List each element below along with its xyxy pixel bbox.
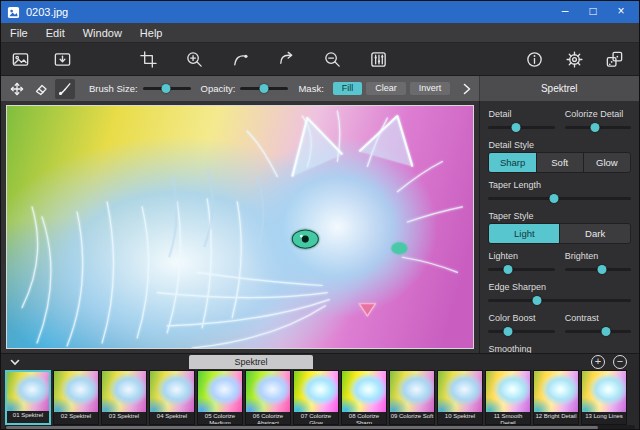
preset-thumb-05[interactable]: 05 Colorize Medium [197, 370, 243, 425]
edge-sharpen-slider[interactable] [488, 294, 631, 307]
detail-style-group: Sharp Soft Glow [488, 152, 631, 173]
zoom-in-icon [185, 50, 204, 69]
contrast-slider-handle[interactable] [601, 327, 610, 336]
image-button[interactable] [9, 48, 31, 70]
brush-tool-icon [58, 82, 72, 96]
taper-style-label: Taper Style [488, 211, 631, 221]
scrollbar-thumb[interactable] [6, 426, 598, 429]
detail-style-glow-button[interactable]: Glow [584, 153, 630, 172]
menu-edit[interactable]: Edit [37, 23, 74, 43]
info-icon [525, 50, 544, 69]
preset-thumb-label: 01 Spektrel [7, 411, 49, 423]
edge-sharpen-slider-handle[interactable] [532, 296, 541, 305]
mask-clear-button[interactable]: Clear [366, 82, 406, 95]
zoom-in-button[interactable] [183, 48, 205, 70]
preset-thumb-04[interactable]: 04 Spektrel [149, 370, 195, 425]
opacity-slider[interactable] [240, 82, 288, 95]
expand-options-button[interactable] [463, 83, 473, 95]
taper-length-label: Taper Length [488, 180, 631, 190]
detail-style-sharp-button[interactable]: Sharp [489, 153, 536, 172]
colorize-detail-slider-handle[interactable] [591, 123, 600, 132]
lighten-label: Lighten [488, 251, 554, 261]
curve-brush-button[interactable] [229, 48, 251, 70]
image-canvas[interactable] [6, 105, 474, 349]
mask-fill-button[interactable]: Fill [333, 82, 363, 95]
preset-thumb-image [102, 371, 146, 412]
menu-help[interactable]: Help [131, 23, 172, 43]
redo-button[interactable] [275, 48, 297, 70]
preset-thumb-label: 06 Colorize Abstract [246, 412, 290, 424]
detail-style-soft-button[interactable]: Soft [537, 153, 584, 172]
preset-thumb-10[interactable]: 10 Spektrel [437, 370, 483, 425]
preset-thumb-11[interactable]: 11 Smooth Detail [485, 370, 531, 425]
brush-size-slider[interactable] [143, 82, 191, 95]
brighten-slider[interactable] [565, 263, 631, 276]
randomize-button[interactable] [603, 48, 625, 70]
adjustments-button[interactable] [367, 48, 389, 70]
preset-thumb-12[interactable]: 12 Bright Detail [533, 370, 579, 425]
preset-thumb-08[interactable]: 08 Colorize Sharp [341, 370, 387, 425]
preset-thumb-13[interactable]: 13 Long Lines [581, 370, 627, 425]
preset-thumb-06[interactable]: 06 Colorize Abstract [245, 370, 291, 425]
toolbar-right-group [523, 48, 625, 70]
menu-file[interactable]: File [1, 23, 37, 43]
preset-strip-header: Spektrel + − [1, 354, 639, 370]
maximize-button[interactable]: □ [581, 3, 605, 21]
load-image-button[interactable] [51, 48, 73, 70]
toolbar-left-group [9, 48, 73, 70]
preset-thumb-image [294, 371, 338, 412]
taper-style-light-button[interactable]: Light [489, 224, 560, 243]
brush-size-slider-handle[interactable] [161, 84, 170, 93]
preset-thumb-03[interactable]: 03 Spektrel [101, 370, 147, 425]
preset-category-tab[interactable]: Spektrel [189, 355, 313, 369]
menu-window[interactable]: Window [74, 23, 131, 43]
cat-artwork [7, 106, 473, 348]
settings-button[interactable] [563, 48, 585, 70]
opacity-label: Opacity: [201, 83, 236, 94]
taper-style-dark-button[interactable]: Dark [560, 224, 630, 243]
colorize-detail-slider[interactable] [565, 121, 631, 134]
lighten-slider[interactable] [488, 263, 554, 276]
crop-button[interactable] [137, 48, 159, 70]
brighten-label: Brighten [565, 251, 631, 261]
move-tool-button[interactable] [7, 79, 27, 99]
close-button[interactable]: × [609, 3, 633, 21]
detail-label: Detail [488, 109, 554, 119]
taper-length-slider[interactable] [488, 192, 631, 205]
opacity-slider-handle[interactable] [260, 84, 269, 93]
add-preset-button[interactable]: + [591, 355, 605, 369]
preset-thumb-01[interactable]: 01 Spektrel [5, 370, 51, 425]
contrast-slider[interactable] [565, 325, 631, 338]
preset-thumb-07[interactable]: 07 Colorize Glow [293, 370, 339, 425]
preset-thumb-02[interactable]: 02 Spektrel [53, 370, 99, 425]
color-boost-slider[interactable] [488, 325, 554, 338]
color-boost-slider-handle[interactable] [504, 327, 513, 336]
taper-length-slider-handle[interactable] [550, 194, 559, 203]
preset-thumb-label: 10 Spektrel [438, 412, 482, 424]
preset-thumb-label: 13 Long Lines [582, 412, 626, 424]
brighten-slider-handle[interactable] [597, 265, 606, 274]
lighten-slider-handle[interactable] [504, 265, 513, 274]
horizontal-scrollbar[interactable] [5, 425, 635, 430]
zoom-out-button[interactable] [321, 48, 343, 70]
preset-thumb-label: 04 Spektrel [150, 412, 194, 424]
app-window: 0203.jpg – □ × File Edit Window Help [0, 0, 640, 430]
preset-thumb-image [246, 371, 290, 412]
info-button[interactable] [523, 48, 545, 70]
colorize-detail-label: Colorize Detail [565, 109, 631, 119]
brush-tool-button[interactable] [55, 79, 75, 99]
preset-thumb-image [534, 371, 578, 412]
titlebar: 0203.jpg – □ × [1, 1, 639, 23]
detail-slider-handle[interactable] [512, 123, 521, 132]
collapse-strip-button[interactable] [7, 356, 23, 368]
eraser-tool-button[interactable] [31, 79, 51, 99]
minimize-button[interactable]: – [553, 3, 577, 21]
preset-thumb-09[interactable]: 09 Colorize Soft [389, 370, 435, 425]
mask-invert-button[interactable]: Invert [410, 82, 451, 95]
preset-thumb-image [198, 371, 242, 412]
brush-size-label: Brush Size: [89, 83, 138, 94]
preset-thumb-image [438, 371, 482, 412]
crop-icon [139, 50, 158, 69]
remove-preset-button[interactable]: − [613, 355, 627, 369]
detail-slider[interactable] [488, 121, 554, 134]
